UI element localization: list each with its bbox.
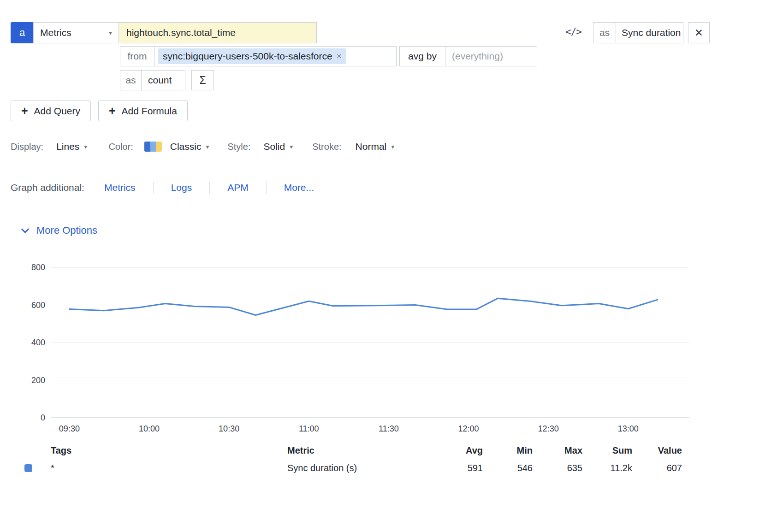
as-label: as <box>120 70 142 90</box>
style-value: Solid <box>263 141 285 152</box>
display-select[interactable]: Lines ▾ <box>56 141 87 152</box>
graph-additional-apm[interactable]: APM <box>227 182 249 193</box>
graph-additional-more[interactable]: More... <box>284 182 314 193</box>
add-formula-button[interactable]: + Add Formula <box>98 100 188 121</box>
header-metric: Metric <box>287 445 433 456</box>
style-label: Style: <box>227 142 250 152</box>
sigma-button[interactable]: Σ <box>191 70 214 90</box>
color-value: Classic <box>170 141 202 152</box>
add-query-button[interactable]: + Add Query <box>11 100 91 121</box>
style-select[interactable]: Solid ▾ <box>263 141 293 152</box>
link-divider <box>209 182 210 194</box>
series-sum: 11.2k <box>582 463 632 473</box>
color-palette-swatch[interactable] <box>144 142 162 152</box>
from-filter-input[interactable]: sync:bigquery-users-500k-to-salesforce × <box>154 46 397 66</box>
svg-text:11:30: 11:30 <box>379 424 399 433</box>
series-max: 635 <box>533 463 582 473</box>
graph-additional-logs[interactable]: Logs <box>171 182 192 193</box>
alias-input[interactable]: Sync duration (s) <box>616 22 683 43</box>
svg-text:400: 400 <box>31 338 45 347</box>
metric-name-input[interactable]: hightouch.sync.total_time <box>119 22 317 43</box>
stroke-value: Normal <box>356 141 387 152</box>
palette-stripe-2 <box>150 142 156 152</box>
svg-text:600: 600 <box>31 301 45 310</box>
header-max: Max <box>533 445 582 456</box>
plus-icon: + <box>21 105 28 117</box>
header-tags: Tags <box>51 445 287 456</box>
avg-by-label: avg by <box>408 51 437 62</box>
query-filter-row: from sync:bigquery-users-500k-to-salesfo… <box>120 46 537 66</box>
metric-name-value: hightouch.sync.total_time <box>126 27 236 38</box>
more-options-label: More Options <box>36 225 97 236</box>
header-avg: Avg <box>433 445 483 456</box>
palette-stripe-1 <box>144 142 150 152</box>
filter-tag-text: sync:bigquery-users-500k-to-salesforce <box>163 51 332 62</box>
avg-by-button[interactable]: avg by <box>399 46 445 66</box>
svg-text:0: 0 <box>41 413 45 422</box>
display-value: Lines <box>56 141 79 152</box>
filter-tag-pill[interactable]: sync:bigquery-users-500k-to-salesforce × <box>158 48 346 64</box>
group-by-input[interactable]: (everything) <box>445 46 537 66</box>
series-value: 607 <box>632 463 682 473</box>
caret-down-icon: ▾ <box>84 143 87 150</box>
code-view-button[interactable]: </> <box>565 26 581 37</box>
display-options-row: Display: Lines ▾ Color: Classic ▾ Style:… <box>11 140 394 154</box>
aggregator-input[interactable]: count <box>141 70 185 90</box>
aggregator-value: count <box>148 75 172 86</box>
plus-icon: + <box>109 105 116 117</box>
query-row: a Metrics ▾ hightouch.sync.total_time <box>11 22 317 43</box>
add-formula-label: Add Formula <box>122 106 177 117</box>
caret-down-icon: ▾ <box>290 143 293 150</box>
svg-text:12:30: 12:30 <box>538 424 559 433</box>
series-avg: 591 <box>433 463 483 473</box>
svg-text:09:30: 09:30 <box>59 424 80 433</box>
query-actions: + Add Query + Add Formula <box>11 100 188 121</box>
svg-text:10:30: 10:30 <box>219 424 239 433</box>
timeseries-chart[interactable]: 020040060080009:3010:0010:3011:0011:3012… <box>0 249 783 438</box>
series-summary-table: Tags Metric Avg Min Max Sum Value * Sync… <box>0 442 719 477</box>
alias-value: Sync duration (s) <box>622 27 683 38</box>
alias-as-label: as <box>593 22 616 43</box>
svg-text:11:00: 11:00 <box>299 424 319 433</box>
alias-group: as Sync duration (s) <box>593 22 683 43</box>
graph-additional-metrics[interactable]: Metrics <box>104 182 136 193</box>
caret-down-icon: ▾ <box>206 143 209 150</box>
more-options-toggle[interactable]: More Options <box>21 225 97 236</box>
series-color-swatch[interactable] <box>24 464 32 472</box>
header-sum: Sum <box>582 445 632 456</box>
svg-text:800: 800 <box>31 263 45 272</box>
add-query-label: Add Query <box>34 106 80 117</box>
display-label: Display: <box>11 142 43 152</box>
link-divider <box>266 182 267 194</box>
from-label: from <box>120 46 154 66</box>
query-letter-badge: a <box>11 22 34 43</box>
link-divider <box>153 182 154 194</box>
color-select[interactable]: Classic ▾ <box>170 141 209 152</box>
caret-down-icon: ▾ <box>109 29 112 36</box>
close-query-button[interactable]: ✕ <box>688 22 710 43</box>
timeseries-chart-canvas[interactable]: 020040060080009:3010:0010:3011:0011:3012… <box>0 249 783 438</box>
datasource-select[interactable]: Metrics ▾ <box>33 22 119 43</box>
close-icon: ✕ <box>694 27 703 39</box>
graph-additional-label: Graph additional: <box>11 182 84 193</box>
remove-tag-icon[interactable]: × <box>337 51 342 61</box>
table-header-row: Tags Metric Avg Min Max Sum Value <box>0 442 719 459</box>
svg-text:12:00: 12:00 <box>458 424 479 433</box>
group-by-placeholder: (everything) <box>452 51 503 62</box>
series-row[interactable]: * Sync duration (s) 591 546 635 11.2k 60… <box>0 459 719 477</box>
datasource-label: Metrics <box>40 27 71 38</box>
graph-additional-row: Graph additional: Metrics Logs APM More.… <box>11 180 314 195</box>
header-value: Value <box>632 445 682 456</box>
palette-stripe-3 <box>156 142 162 152</box>
caret-down-icon: ▾ <box>391 143 394 150</box>
stroke-select[interactable]: Normal ▾ <box>356 141 395 152</box>
svg-text:10:00: 10:00 <box>139 424 160 433</box>
code-icon: </> <box>565 26 581 37</box>
color-label: Color: <box>108 142 133 152</box>
header-min: Min <box>483 445 533 456</box>
series-metric: Sync duration (s) <box>287 463 433 473</box>
chevron-down-icon <box>21 228 29 233</box>
sigma-icon: Σ <box>199 74 206 87</box>
svg-text:13:00: 13:00 <box>618 424 639 433</box>
series-min: 546 <box>483 463 533 473</box>
